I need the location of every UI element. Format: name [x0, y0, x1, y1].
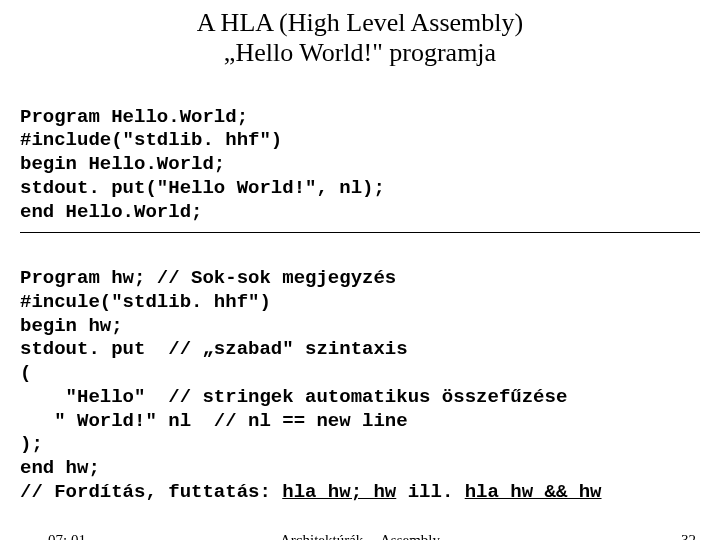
footer-center: Architektúrák -- Assembly: [0, 532, 720, 540]
code2-l8: );: [20, 433, 43, 455]
code2-l4: stdout. put // „szabad" szintaxis: [20, 338, 408, 360]
code2-l10c: ill.: [396, 481, 464, 503]
footer-page: 32: [681, 532, 696, 540]
code1-l3: begin Hello.World;: [20, 153, 225, 175]
code2-l7: " World!" nl // nl == new line: [20, 410, 408, 432]
code2-l10a: // Fordítás, futtatás:: [20, 481, 282, 503]
code1-l2: #include("stdlib. hhf"): [20, 129, 282, 151]
divider: [20, 232, 700, 233]
code2-l10d: hla hw && hw: [465, 481, 602, 503]
code1-l4: stdout. put("Hello World!", nl);: [20, 177, 385, 199]
code2-l6: "Hello" // stringek automatikus összefűz…: [20, 386, 567, 408]
code-block-1: Program Hello.World; #include("stdlib. h…: [20, 82, 700, 225]
code-block-2: Program hw; // Sok-sok megjegyzés #incul…: [20, 243, 700, 504]
code2-l9: end hw;: [20, 457, 100, 479]
code2-l2: #incule("stdlib. hhf"): [20, 291, 271, 313]
slide-title: A HLA (High Level Assembly) „Hello World…: [20, 8, 700, 68]
code2-l1: Program hw; // Sok-sok megjegyzés: [20, 267, 396, 289]
title-line-1: A HLA (High Level Assembly): [197, 8, 523, 37]
code1-l5: end Hello.World;: [20, 201, 202, 223]
code2-l10b: hla hw; hw: [282, 481, 396, 503]
code1-l1: Program Hello.World;: [20, 106, 248, 128]
title-line-2: „Hello World!" programja: [224, 38, 496, 67]
code2-l3: begin hw;: [20, 315, 123, 337]
code2-l5: (: [20, 362, 31, 384]
